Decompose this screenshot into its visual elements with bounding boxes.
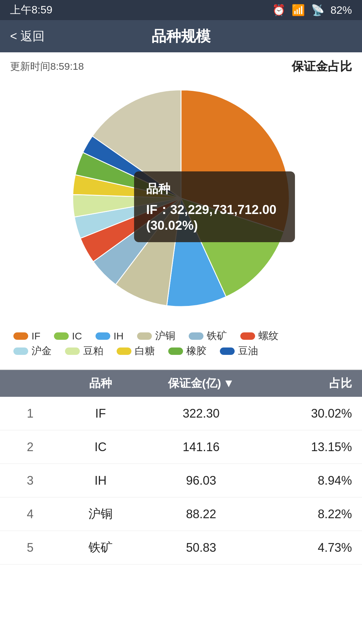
guarantee-label: 保证金占比 bbox=[292, 58, 352, 75]
pie-chart[interactable]: 品种 IF：32,229,731,712.00 (30.02%) bbox=[67, 84, 295, 312]
table-row: 4 沪铜 88.22 8.22% bbox=[0, 497, 362, 531]
legend-item: IF bbox=[13, 329, 41, 343]
chart-area: 品种 IF：32,229,731,712.00 (30.02%) bbox=[0, 77, 362, 319]
legend-label: IF bbox=[32, 330, 41, 342]
legend-label: 螺纹 bbox=[258, 329, 279, 343]
legend-color-icon bbox=[96, 332, 110, 340]
legend-color-icon bbox=[240, 332, 255, 340]
name-cell: IF bbox=[50, 407, 151, 421]
table-body: 1 IF 322.30 30.02% 2 IC 141.16 13.15% 3 … bbox=[0, 397, 362, 565]
legend-label: 豆油 bbox=[238, 344, 258, 358]
legend-label: 豆粕 bbox=[83, 344, 103, 358]
ratio-cell: 8.94% bbox=[251, 474, 352, 488]
legend-label: 橡胶 bbox=[186, 344, 206, 358]
legend-color-icon bbox=[13, 332, 28, 340]
tooltip-title: 品种 bbox=[146, 181, 283, 197]
legend-color-icon bbox=[220, 347, 235, 355]
legend-row-2: 沪金豆粕白糖橡胶豆油 bbox=[13, 344, 349, 358]
legend-label: 铁矿 bbox=[207, 329, 227, 343]
back-button[interactable]: < 返回 bbox=[10, 28, 45, 45]
legend-item: 铁矿 bbox=[189, 329, 227, 343]
legend-item: 沪铜 bbox=[137, 329, 175, 343]
legend-label: 白糖 bbox=[135, 344, 155, 358]
legend-item: 螺纹 bbox=[240, 329, 279, 343]
legend-label: IH bbox=[114, 330, 124, 342]
data-table: 品种 保证金(亿)▼ 占比 1 IF 322.30 30.02% 2 IC 14… bbox=[0, 369, 362, 565]
amount-cell: 141.16 bbox=[151, 440, 251, 454]
legend-item: 橡胶 bbox=[168, 344, 206, 358]
update-row: 更新时间8:59:18 保证金占比 bbox=[0, 52, 362, 77]
legend-item: 白糖 bbox=[117, 344, 155, 358]
battery-label: 82% bbox=[330, 4, 352, 16]
legend-color-icon bbox=[168, 347, 183, 355]
page-title: 品种规模 bbox=[152, 26, 210, 46]
legend-color-icon bbox=[117, 347, 131, 355]
legend-item: 沪金 bbox=[13, 344, 52, 358]
legend-item: 豆粕 bbox=[65, 344, 103, 358]
status-icons: ⏰ 📶 📡 82% bbox=[272, 4, 352, 16]
legend-item: 豆油 bbox=[220, 344, 258, 358]
header: < 返回 品种规模 bbox=[0, 20, 362, 52]
signal-icon: 📡 bbox=[311, 4, 324, 16]
ratio-cell: 8.22% bbox=[251, 507, 352, 521]
status-bar: 上午8:59 ⏰ 📶 📡 82% bbox=[0, 0, 362, 20]
ratio-cell: 4.73% bbox=[251, 541, 352, 555]
legend-item: IC bbox=[54, 329, 82, 343]
legend-color-icon bbox=[137, 332, 152, 340]
table-row: 5 铁矿 50.83 4.73% bbox=[0, 531, 362, 565]
legend-label: 沪铜 bbox=[155, 329, 175, 343]
name-cell: IH bbox=[50, 474, 151, 488]
legend-color-icon bbox=[13, 347, 28, 355]
legend-item: IH bbox=[96, 329, 124, 343]
name-cell: 铁矿 bbox=[50, 539, 151, 556]
name-cell: IC bbox=[50, 440, 151, 454]
sort-arrow: ▼ bbox=[223, 377, 235, 390]
table-row: 2 IC 141.16 13.15% bbox=[0, 430, 362, 464]
legend-row-1: IFICIH沪铜铁矿螺纹 bbox=[13, 329, 349, 343]
table-row: 1 IF 322.30 30.02% bbox=[0, 397, 362, 430]
ratio-cell: 30.02% bbox=[251, 407, 352, 421]
ratio-col-header: 占比 bbox=[251, 376, 352, 391]
table-row: 3 IH 96.03 8.94% bbox=[0, 464, 362, 497]
chart-tooltip: 品种 IF：32,229,731,712.00 (30.02%) bbox=[134, 171, 295, 242]
rank-cell: 3 bbox=[10, 474, 50, 488]
legend-area: IFICIH沪铜铁矿螺纹 沪金豆粕白糖橡胶豆油 bbox=[0, 319, 362, 363]
rank-cell: 1 bbox=[10, 407, 50, 421]
legend-label: 沪金 bbox=[32, 344, 52, 358]
amount-cell: 322.30 bbox=[151, 407, 251, 421]
rank-cell: 5 bbox=[10, 541, 50, 555]
legend-color-icon bbox=[189, 332, 203, 340]
amount-cell: 50.83 bbox=[151, 541, 251, 555]
update-time: 更新时间8:59:18 bbox=[10, 60, 84, 73]
name-cell: 沪铜 bbox=[50, 506, 151, 522]
amount-cell: 88.22 bbox=[151, 507, 251, 521]
legend-color-icon bbox=[65, 347, 80, 355]
rank-cell: 4 bbox=[10, 507, 50, 521]
name-col-header: 品种 bbox=[50, 376, 151, 391]
table-header: 品种 保证金(亿)▼ 占比 bbox=[0, 370, 362, 397]
amount-col-header: 保证金(亿)▼ bbox=[151, 376, 251, 391]
amount-cell: 96.03 bbox=[151, 474, 251, 488]
status-time: 上午8:59 bbox=[10, 3, 52, 17]
legend-label: IC bbox=[72, 330, 82, 342]
rank-cell: 2 bbox=[10, 440, 50, 454]
tooltip-value: IF：32,229,731,712.00 (30.02%) bbox=[146, 201, 283, 233]
alarm-icon: ⏰ bbox=[272, 4, 286, 16]
ratio-cell: 13.15% bbox=[251, 440, 352, 454]
legend-color-icon bbox=[54, 332, 69, 340]
wifi-icon: 📶 bbox=[292, 4, 305, 16]
